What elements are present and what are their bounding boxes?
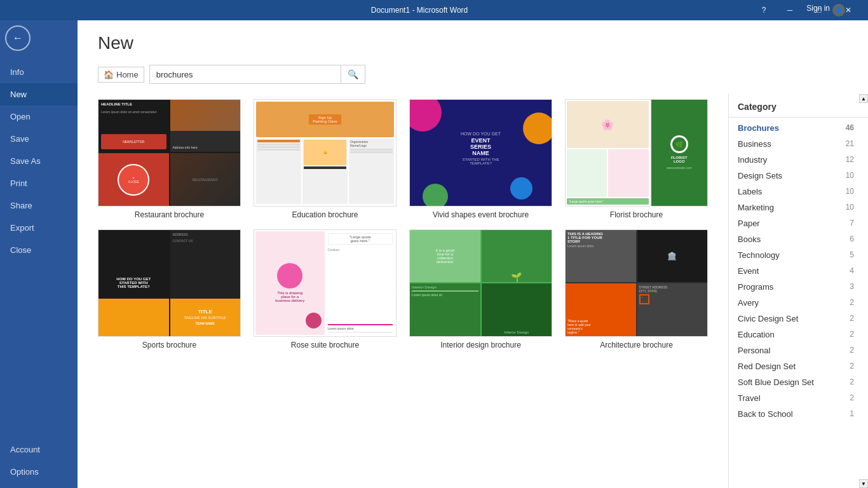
title-help[interactable]: ? [757,4,770,17]
category-item-marketing[interactable]: Marketing10 [729,200,868,215]
category-item-design-sets[interactable]: Design Sets10 [729,168,868,184]
sidebar-item-close[interactable]: Close [0,239,78,261]
template-card-interior[interactable]: It is a goodtime for acollectiondeliveri… [409,229,552,349]
category-item-personal[interactable]: Personal2 [729,342,868,358]
sign-in-button[interactable]: Sign in [806,4,830,13]
back-button[interactable]: ← [5,25,31,51]
title-bar: Document1 - Microsoft Word ? ─ □ ✕ Sign … [0,0,868,20]
category-count: 21 [846,139,854,149]
search-bar: 🏠 Home 🔍 [78,60,868,94]
template-label-interior: Interior design brochure [409,341,552,349]
sidebar-item-export[interactable]: Export [0,217,78,239]
category-count: 7 [850,219,854,228]
user-icon[interactable]: 👤 [832,4,845,17]
template-card-restaurant[interactable]: HEADLINE TITLE Lorem ipsum dolor sit ame… [98,99,241,219]
category-count: 2 [850,393,854,403]
category-label: Marketing [738,203,774,212]
category-item-labels[interactable]: Labels10 [729,184,868,200]
category-item-industry[interactable]: Industry12 [729,152,868,168]
category-label: Programs [738,282,773,292]
template-thumb-sports: HOW DO YOU GETSTARTED WITHTHIS TEMPLATE?… [98,229,241,337]
template-thumb-architecture: THIS IS A HEADING1 TITLE FOR YOURSTORY L… [565,229,708,337]
category-scroll-up[interactable]: ▲ [859,94,868,103]
category-label: Civic Design Set [738,314,798,323]
category-count: 5 [850,250,854,260]
category-label: Back to School [738,409,793,419]
category-label: Red Design Set [738,362,796,371]
template-thumb-rose: This is drawingplace for abusiness deliv… [254,229,397,337]
category-item-back-to-school[interactable]: Back to School1 [729,406,868,422]
minimize-button[interactable]: ─ [775,0,804,20]
category-panel: ▲ Category Brochures46Business21Industry… [728,94,868,488]
sidebar-item-share[interactable]: Share [0,194,78,217]
category-list: Brochures46Business21Industry12Design Se… [729,118,868,488]
sidebar-item-options[interactable]: Options [0,461,78,483]
search-input-wrapper: 🔍 [149,65,365,84]
category-count: 46 [846,123,854,133]
category-label: Travel [738,393,761,403]
category-item-civic-design-set[interactable]: Civic Design Set2 [729,311,868,327]
window-title: Document1 - Microsoft Word [81,6,757,15]
sidebar-item-save-as[interactable]: Save As [0,150,78,172]
search-input[interactable] [150,65,341,83]
category-item-brochures[interactable]: Brochures46 [729,120,868,136]
template-label-rose: Rose suite brochure [254,341,397,349]
template-card-florist[interactable]: 🌸 "Large quote goes here." 🌿 [565,99,708,219]
category-label: Labels [738,187,762,196]
category-label: Paper [738,219,760,228]
category-item-travel[interactable]: Travel2 [729,390,868,406]
template-card-vivid-shapes[interactable]: HOW DO YOU GET EVENTSERIESNAME STARTED W… [409,99,552,219]
template-label-restaurant: Restaurant brochure [98,210,241,219]
category-count: 2 [850,298,854,308]
category-count: 3 [850,282,854,292]
category-item-red-design-set[interactable]: Red Design Set2 [729,358,868,374]
search-button[interactable]: 🔍 [341,65,365,83]
template-card-sports[interactable]: HOW DO YOU GETSTARTED WITHTHIS TEMPLATE?… [98,229,241,349]
category-count: 10 [846,171,854,180]
category-scroll-down[interactable]: ▼ [859,479,868,488]
template-label-florist: Florist brochure [565,210,708,219]
category-count: 12 [846,155,854,165]
template-card-education[interactable]: Sign UpPainting Class [254,99,397,219]
category-item-paper[interactable]: Paper7 [729,215,868,231]
category-count: 2 [850,314,854,323]
template-thumb-florist: 🌸 "Large quote goes here." 🌿 [565,99,708,207]
category-label: Books [738,234,761,244]
sidebar-item-open[interactable]: Open [0,105,78,128]
template-card-architecture[interactable]: THIS IS A HEADING1 TITLE FOR YOURSTORY L… [565,229,708,349]
back-arrow-icon: ← [13,32,23,44]
template-thumb-vivid: HOW DO YOU GET EVENTSERIESNAME STARTED W… [409,99,552,207]
category-count: 2 [850,377,854,387]
home-label: Home [116,70,139,79]
category-item-technology[interactable]: Technology5 [729,247,868,263]
category-label: Technology [738,250,780,260]
sidebar-item-info[interactable]: Info [0,61,78,83]
template-label-education: Education brochure [254,210,397,219]
template-label-vivid: Vivid shapes event brochure [409,210,552,219]
home-button[interactable]: 🏠 Home [98,67,144,83]
category-count: 10 [846,187,854,196]
sidebar: ← Info New Open Save Save As Print Share… [0,20,78,488]
category-label: Event [738,266,759,276]
template-card-rose-suite[interactable]: This is drawingplace for abusiness deliv… [254,229,397,349]
category-label: Design Sets [738,171,782,180]
home-icon: 🏠 [104,70,114,79]
category-header: Category [729,94,868,118]
category-item-books[interactable]: Books6 [729,231,868,247]
template-label-architecture: Architecture brochure [565,341,708,349]
template-thumb-interior: It is a goodtime for acollectiondeliveri… [409,229,552,337]
category-item-education[interactable]: Education2 [729,327,868,342]
sidebar-item-print[interactable]: Print [0,172,78,194]
sidebar-item-account[interactable]: Account [0,438,78,461]
category-item-business[interactable]: Business21 [729,136,868,152]
category-item-avery[interactable]: Avery2 [729,295,868,311]
category-label: Education [738,330,775,339]
template-thumb-restaurant: HEADLINE TITLE Lorem ipsum dolor sit ame… [98,99,241,207]
category-item-programs[interactable]: Programs3 [729,279,868,295]
sidebar-item-save[interactable]: Save [0,128,78,150]
sidebar-item-new[interactable]: New [0,83,78,105]
category-item-soft-blue-design-set[interactable]: Soft Blue Design Set2 [729,374,868,390]
category-label: Personal [738,346,770,355]
template-thumb-education: Sign UpPainting Class [254,99,397,207]
category-item-event[interactable]: Event4 [729,263,868,279]
